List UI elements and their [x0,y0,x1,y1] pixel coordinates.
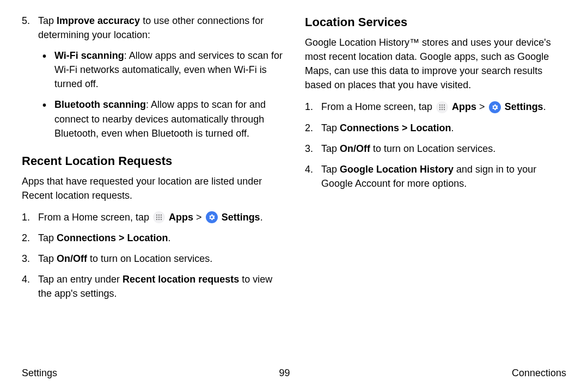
bold-text: On/Off [57,253,87,264]
page-footer: Settings 99 Connections [22,366,566,380]
list-item: Bluetooth scanning: Allow apps to scan f… [38,97,283,140]
list-item: 1. From a Home screen, tap Apps > Settin… [22,210,283,224]
svg-point-3 [156,217,157,218]
list-number: 1. [305,100,313,114]
list-item: Wi-Fi scanning: Allow apps and services … [38,48,283,91]
list-number: 1. [22,210,30,224]
recent-requests-intro: Apps that have requested your location a… [22,174,283,203]
settings-icon [206,211,218,223]
list-number: 4. [22,272,30,286]
footer-left: Settings [22,366,57,380]
text: Tap [321,164,340,175]
location-services-steps: 1. From a Home screen, tap Apps > Settin… [305,100,566,191]
svg-point-8 [161,219,162,220]
list-item: 5. Tap Improve accuracy to use other con… [22,14,283,140]
bold-text: On/Off [340,143,370,154]
svg-point-0 [156,215,157,216]
left-column: 5. Tap Improve accuracy to use other con… [22,14,283,307]
bold-text: Improve accuracy [57,15,140,26]
text: Tap [38,15,57,26]
settings-label: Settings [222,212,260,223]
text: Tap [321,122,340,133]
svg-point-12 [439,106,440,107]
svg-point-7 [158,219,160,220]
text: . [543,101,546,112]
text: > [193,212,205,223]
list-number: 3. [22,252,30,266]
svg-point-11 [444,104,445,105]
list-item: 4. Tap Google Location History and sign … [305,162,566,191]
list-item: 2. Tap Connections > Location. [305,121,566,135]
text: From a Home screen, tap [321,101,435,112]
text: . [451,122,454,133]
right-column: Location Services Google Location Histor… [305,14,566,307]
text: Tap [38,232,57,243]
bold-text: Google Location History [340,164,454,175]
location-services-intro: Google Location History™ stores and uses… [305,35,566,92]
svg-point-5 [161,217,162,218]
list-item: 4. Tap an entry under Recent location re… [22,272,283,301]
list-number: 4. [305,162,313,176]
settings-label: Settings [505,101,543,112]
text: . [260,212,263,223]
improve-accuracy-step: 5. Tap Improve accuracy to use other con… [22,14,283,140]
svg-point-6 [156,219,157,220]
list-item: 1. From a Home screen, tap Apps > Settin… [305,100,566,114]
bold-text: Connections > Location [340,122,451,133]
svg-point-16 [442,108,443,109]
bold-text: Recent location requests [122,274,239,285]
apps-label: Apps [169,212,193,223]
footer-right: Connections [512,366,566,380]
apps-label: Apps [452,101,476,112]
location-services-heading: Location Services [305,14,566,31]
sub-bullets: Wi-Fi scanning: Allow apps and services … [38,48,283,140]
svg-point-1 [158,215,160,216]
svg-point-10 [442,104,443,105]
recent-requests-heading: Recent Location Requests [22,152,283,170]
bold-text: Connections > Location [57,232,168,243]
list-number: 5. [22,14,30,28]
svg-point-4 [158,217,160,218]
svg-point-13 [442,106,443,107]
svg-point-14 [444,106,445,107]
recent-requests-steps: 1. From a Home screen, tap Apps > Settin… [22,210,283,301]
bold-text: Wi-Fi scanning [54,50,124,61]
list-number: 3. [305,142,313,156]
text: to turn on Location services. [87,253,212,264]
text: to turn on Location services. [370,143,495,154]
bold-text: Bluetooth scanning [54,99,146,110]
apps-icon [153,211,165,223]
text: Tap [321,143,340,154]
svg-point-17 [444,108,445,109]
text: Tap an entry under [38,274,122,285]
page-number: 99 [279,366,290,380]
list-item: 3. Tap On/Off to turn on Location servic… [22,252,283,266]
text: . [168,232,171,243]
list-item: 2. Tap Connections > Location. [22,231,283,245]
list-item: 3. Tap On/Off to turn on Location servic… [305,142,566,156]
svg-point-9 [439,104,440,105]
page-columns: 5. Tap Improve accuracy to use other con… [22,14,566,307]
apps-icon [436,101,448,113]
text: > [476,101,488,112]
list-number: 2. [305,121,313,135]
settings-icon [489,101,501,113]
list-number: 2. [22,231,30,245]
text: Tap [38,253,57,264]
svg-point-2 [161,215,162,216]
svg-point-15 [439,108,440,109]
text: From a Home screen, tap [38,212,152,223]
